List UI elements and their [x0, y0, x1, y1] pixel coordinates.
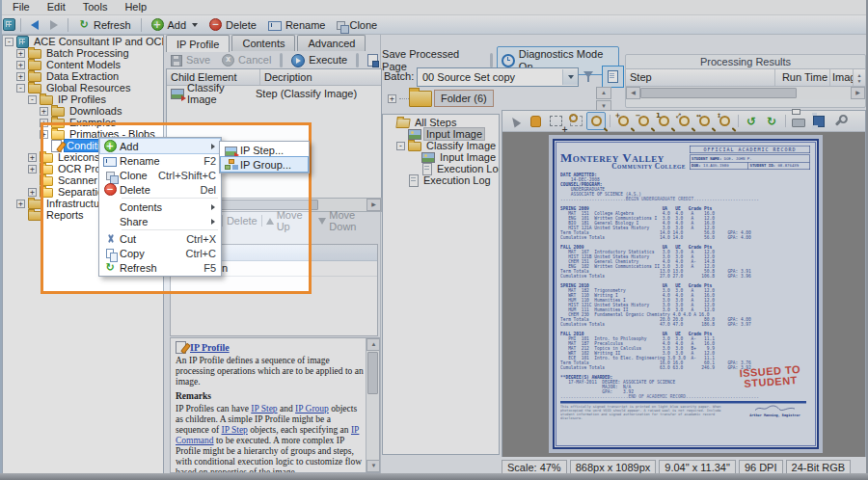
profile-toolbar-button[interactable]: Execute [286, 52, 352, 69]
delete-button[interactable]: Delete [204, 17, 261, 32]
viewer-tool-button[interactable] [762, 112, 781, 130]
add-button[interactable]: Add [147, 17, 203, 32]
tree-expander[interactable]: + [16, 200, 25, 208]
tab[interactable]: IP Profile [166, 35, 230, 52]
scroll-right-button[interactable]: ▶ [851, 87, 865, 99]
menubar-item[interactable]: Edit [39, 0, 74, 14]
nav-back-button[interactable] [26, 19, 43, 31]
column-header-step[interactable]: Step [626, 69, 775, 86]
viewer-tool-button[interactable] [789, 112, 808, 130]
scroll-thumb[interactable] [640, 88, 797, 98]
scroll-down-button[interactable]: ▼ [366, 460, 380, 472]
tree-item[interactable]: - Global Resources [3, 82, 163, 93]
context-menu-item[interactable]: Add [100, 139, 220, 153]
viewer-tool-button[interactable] [546, 112, 565, 130]
tree-expander[interactable]: - [396, 142, 405, 150]
viewer-tool-button[interactable] [613, 112, 633, 130]
add-dropdown-caret[interactable] [192, 23, 198, 27]
child-delete-button[interactable]: Delete [227, 215, 258, 227]
refresh-button[interactable]: Refresh [73, 18, 136, 32]
scroll-up-button[interactable]: ▲ [366, 338, 380, 351]
batch-folder-icon[interactable] [409, 91, 432, 107]
context-menu-item[interactable]: Refresh F5 [100, 260, 220, 275]
scroll-thumb[interactable] [367, 352, 378, 394]
batch-combobox[interactable]: 00 Source Set copy [417, 67, 579, 87]
document-page[interactable]: Monterey Valley Community College OFFICI… [549, 135, 823, 453]
profile-toolbar-button[interactable] [356, 53, 359, 67]
results-vscroll-arrows[interactable]: ▲▼ [853, 69, 865, 86]
tree-expander[interactable]: + [40, 107, 48, 116]
viewer-tool-button[interactable] [809, 112, 828, 130]
context-menu-item[interactable]: Clone Ctrl+Shift+C [100, 168, 220, 182]
tree-item[interactable]: + Content Models [3, 59, 163, 70]
context-menu-item[interactable]: Copy Ctrl+C [100, 246, 220, 260]
viewer-tool-button[interactable] [586, 112, 606, 130]
profile-toolbar-button[interactable] [280, 53, 283, 67]
step-tree-item[interactable]: Execution Log [383, 174, 499, 186]
tree-item[interactable]: + Downloads [3, 105, 163, 117]
profile-toolbar-button[interactable] [490, 53, 493, 67]
context-menu-item[interactable]: Contents [100, 200, 220, 214]
viewer-tool-button[interactable] [742, 112, 761, 130]
viewer-tool-button[interactable] [526, 112, 545, 130]
table-row[interactable]: Classify Image Step (Classify Image) [167, 86, 381, 100]
clone-button[interactable]: Clone [332, 18, 382, 32]
viewer-tool-button[interactable] [829, 112, 849, 130]
profile-toolbar-button[interactable]: Save [166, 52, 215, 68]
tab[interactable]: Advanced [297, 35, 366, 51]
tree-expander[interactable]: - [16, 84, 25, 93]
menubar-item[interactable]: File [4, 0, 39, 14]
help-title-link[interactable]: IP Profile [190, 342, 230, 353]
combo-dropdown-arrow[interactable] [562, 69, 578, 85]
viewer-tool-button[interactable] [674, 112, 693, 130]
tree-item[interactable]: + Batch Processing [3, 47, 163, 59]
tree-expander[interactable]: - [28, 95, 37, 104]
column-header-image-mode[interactable]: Image Mo [830, 69, 853, 86]
menubar-item[interactable]: Help [116, 0, 155, 14]
tree-expander[interactable]: + [28, 153, 37, 162]
submenu-item[interactable]: IP Step... [221, 143, 308, 157]
menubar-item[interactable]: Tools [74, 0, 117, 14]
tree-item[interactable]: - IP Profiles [3, 93, 163, 105]
viewer-tool-button[interactable] [654, 112, 673, 130]
move-down-button[interactable]: Move Down [318, 209, 380, 232]
step-tree-item[interactable]: Execution Log [383, 163, 499, 174]
tree-expander[interactable]: + [16, 49, 25, 58]
results-hscrollbar[interactable]: ◀ ▶ [626, 87, 865, 99]
tree-item[interactable]: + Data Extraction [3, 70, 163, 82]
tree-expander[interactable]: - [5, 38, 14, 46]
viewer-tool-button[interactable] [505, 112, 525, 130]
viewer-canvas[interactable]: Monterey Valley Community College OFFICI… [502, 132, 865, 457]
viewer-tool-button[interactable] [715, 112, 734, 130]
viewer-tool-button[interactable] [634, 112, 653, 130]
viewer-tool-button[interactable] [566, 112, 585, 130]
tree-item[interactable]: + Examples [3, 117, 163, 128]
tree-item[interactable]: - ACE Consultant IP and OCR [3, 36, 163, 47]
tree-expander[interactable]: + [28, 165, 37, 173]
scroll-left-button[interactable]: ◀ [626, 87, 640, 99]
tree-expander[interactable]: + [16, 61, 25, 69]
step-tree-item[interactable]: All Steps [383, 117, 499, 128]
batch-folder-label[interactable]: Folder (6) [434, 90, 494, 107]
tree-expander[interactable]: + [28, 188, 37, 197]
submenu-item[interactable]: IP Group... [221, 157, 308, 172]
tree-expander[interactable]: + [16, 72, 25, 81]
tab[interactable]: Contents [231, 35, 295, 51]
folder-expander[interactable]: + [388, 94, 396, 103]
context-menu-item[interactable]: Cut Ctrl+X [100, 231, 220, 246]
context-menu-item[interactable]: Rename F2 [100, 153, 220, 168]
tree-expander[interactable]: + [40, 130, 48, 139]
step-tree-item[interactable]: Input Image [383, 151, 499, 163]
step-tree-item[interactable]: Input Image [383, 128, 499, 140]
workspace-icon[interactable] [3, 18, 15, 31]
step-tree-item[interactable]: - Classify Image [383, 140, 499, 151]
move-up-button[interactable]: Move Up [266, 209, 315, 232]
rename-button[interactable]: Rename [263, 18, 331, 32]
help-vscrollbar[interactable]: ▲ ▼ [366, 338, 379, 472]
profile-toolbar-button[interactable]: Cancel [217, 52, 276, 68]
column-header-run-time[interactable]: Run Time [775, 69, 830, 86]
tree-expander[interactable]: + [40, 119, 48, 127]
column-header-description[interactable]: Decription [260, 69, 381, 85]
viewer-tool-button[interactable] [694, 112, 714, 130]
batch-filter-button[interactable] [580, 69, 597, 84]
